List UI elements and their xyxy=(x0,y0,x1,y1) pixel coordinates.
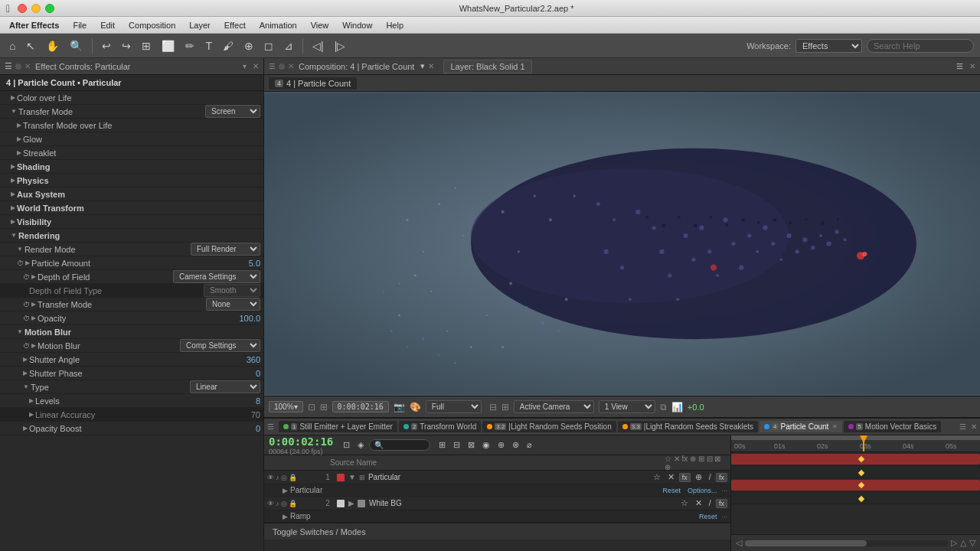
view-count-select[interactable]: 1 View2 Views4 Views xyxy=(599,400,655,413)
prop-triangle[interactable]: ▶ xyxy=(23,425,28,432)
audio-icon[interactable]: ♪ xyxy=(276,500,279,507)
scroll-left[interactable]: ◁ xyxy=(736,538,742,548)
next-keyframe-icon[interactable]: |▷ xyxy=(332,38,349,54)
solo-icon[interactable]: ◎ xyxy=(281,500,287,507)
new-comp-icon[interactable]: ⊞ xyxy=(139,38,154,54)
solo-icon[interactable]: ◎ xyxy=(281,474,287,481)
prop-value[interactable]: 8 xyxy=(237,396,260,406)
prop-value[interactable]: 360 xyxy=(237,355,260,364)
prop-color-over-life[interactable]: ▶ Color over Life xyxy=(0,91,263,105)
prop-value[interactable]: 70 xyxy=(237,410,260,419)
stopwatch-icon[interactable]: ⏱ xyxy=(17,259,24,267)
sub-keyframe2[interactable] xyxy=(858,496,864,502)
scroll-right[interactable]: ▷ xyxy=(951,538,957,548)
layer-fx-btn[interactable]: fx xyxy=(679,473,691,482)
layer-swap2[interactable]: ✕ xyxy=(693,497,704,508)
sub-expand[interactable]: ▶ xyxy=(283,513,288,520)
prop-depth-of-field[interactable]: ⏱ ▶ Depth of Field Camera SettingsOnOff xyxy=(0,270,263,284)
timecode-display[interactable]: 0:00:02:16 xyxy=(269,435,333,448)
prop-value[interactable]: 100.0 xyxy=(237,314,260,323)
prop-triangle[interactable]: ▶ xyxy=(31,342,36,349)
sub-layer-ramp[interactable]: ▶ Ramp Reset ··· xyxy=(264,510,730,523)
prop-transfer-mode-life[interactable]: ▶ Transfer Mode over Life xyxy=(0,119,263,132)
reset-btn[interactable]: Reset xyxy=(660,487,683,494)
prop-triangle[interactable]: ▶ xyxy=(17,135,21,142)
visibility-icon[interactable]: 👁 xyxy=(267,500,274,507)
layer-star2[interactable]: ☆ xyxy=(678,497,691,508)
dof-type-select[interactable]: SmoothFast xyxy=(204,284,260,297)
prop-visibility[interactable]: ▶ Visibility xyxy=(0,215,263,229)
render-mode-select[interactable]: Full RenderDraft xyxy=(191,243,260,256)
3d-icon[interactable]: ⧉ xyxy=(660,402,667,412)
prop-streaklet[interactable]: ▶ Streaklet xyxy=(0,146,263,160)
layer-modes-btn[interactable]: ⊡ xyxy=(341,439,352,451)
draft-btn[interactable]: ◈ xyxy=(355,439,366,451)
layer-btn2[interactable]: / xyxy=(707,471,714,482)
text-icon[interactable]: T xyxy=(202,38,215,54)
prop-triangle[interactable]: ▼ xyxy=(23,383,29,390)
home-icon[interactable]: ⌂ xyxy=(6,38,18,54)
menu-layer[interactable]: Layer xyxy=(183,19,217,31)
close-button[interactable] xyxy=(18,4,27,13)
prop-dof-type[interactable]: Depth of Field Type SmoothFast xyxy=(0,284,263,298)
prop-rendering-section[interactable]: ▼ Rendering xyxy=(0,229,263,243)
prop-triangle[interactable]: ▶ xyxy=(31,315,36,321)
timeline-close[interactable]: ✕ xyxy=(971,422,977,431)
layer-search-input[interactable] xyxy=(369,439,430,451)
stopwatch-icon[interactable]: ⏱ xyxy=(23,315,30,322)
menu-composition[interactable]: Composition xyxy=(122,19,181,31)
layer-star[interactable]: ☆ xyxy=(651,471,663,482)
panel-close[interactable]: ✕ xyxy=(253,62,259,70)
prop-triangle[interactable]: ▶ xyxy=(11,218,15,225)
sub-keyframe[interactable] xyxy=(858,470,864,476)
prop-transfer-mode-rendering[interactable]: ⏱ ▶ Transfer Mode NoneScreen xyxy=(0,298,263,311)
prop-opacity-boost[interactable]: ▶ Opacity Boost 0 xyxy=(0,422,263,435)
prop-value[interactable]: 5.0 xyxy=(237,259,260,268)
menu-file[interactable]: File xyxy=(67,19,93,31)
zoom-tool[interactable]: 🔍 xyxy=(67,38,86,54)
timeline-tab-1[interactable]: 1 Still Emitter + Layer Emitter xyxy=(279,421,397,432)
graph-icon[interactable]: 📊 xyxy=(671,402,683,412)
layer-fx-btn3[interactable]: fx xyxy=(716,499,727,508)
menu-edit[interactable]: Edit xyxy=(94,19,121,31)
pen-icon[interactable]: ✏ xyxy=(182,38,198,54)
menu-animation[interactable]: Animation xyxy=(253,19,303,31)
prop-triangle[interactable]: ▼ xyxy=(17,328,23,335)
track-row-2[interactable] xyxy=(731,478,980,492)
prop-triangle[interactable]: ▼ xyxy=(11,232,17,239)
menu-window[interactable]: Window xyxy=(336,19,378,31)
view-icon2[interactable]: ⊞ xyxy=(501,402,509,412)
layer-btn3[interactable]: / xyxy=(707,497,714,508)
prop-transfer-mode-main[interactable]: ▼ Transfer Mode ScreenNormalAdd xyxy=(0,105,263,119)
prop-triangle[interactable]: ▶ xyxy=(23,356,28,363)
timeline-options[interactable]: ☰ xyxy=(959,422,966,431)
sub-expand[interactable]: ▶ xyxy=(283,487,288,494)
lock-icon[interactable]: 🔒 xyxy=(289,500,297,507)
prop-shutter-phase[interactable]: ▶ Shutter Phase 0 xyxy=(0,367,263,380)
prop-triangle[interactable]: ▶ xyxy=(31,301,36,308)
color-icon[interactable]: 🎨 xyxy=(410,402,421,412)
properties-scroll[interactable]: ▶ Color over Life ▼ Transfer Mode Screen… xyxy=(0,91,263,551)
maximize-button[interactable] xyxy=(45,4,54,13)
prop-motion-blur-setting[interactable]: ⏱ ▶ Motion Blur Comp SettingsOnOff xyxy=(0,339,263,353)
prop-world-transform[interactable]: ▶ World Transform xyxy=(0,201,263,215)
prop-triangle[interactable]: ▶ xyxy=(25,259,30,266)
prop-shutter-angle[interactable]: ▶ Shutter Angle 360 xyxy=(0,353,263,367)
prop-render-mode[interactable]: ▼ Render Mode Full RenderDraft xyxy=(0,243,263,256)
eraser-icon[interactable]: ◻ xyxy=(261,38,276,54)
prev-keyframe-icon[interactable]: ◁| xyxy=(309,38,327,54)
dof-select[interactable]: Camera SettingsOnOff xyxy=(173,270,260,283)
timeline-tab-5[interactable]: 5 Motion Vector Basics xyxy=(844,421,941,432)
visibility-icon[interactable]: 👁 xyxy=(267,474,274,481)
prop-linear-accuracy[interactable]: ▶ Linear Accuracy 70 xyxy=(0,408,263,422)
tl-btn2[interactable]: ⊟ xyxy=(451,439,462,451)
menu-help[interactable]: Help xyxy=(380,19,410,31)
prop-physics[interactable]: ▶ Physics xyxy=(0,174,263,187)
panel-menu-icon[interactable]: ☰ xyxy=(5,61,12,71)
minimize-button[interactable] xyxy=(31,4,41,13)
type-select[interactable]: LinearExponential xyxy=(190,380,260,393)
undo-icon[interactable]: ↩ xyxy=(99,38,114,54)
ramp-reset-btn[interactable]: Reset xyxy=(697,513,720,520)
quality-select[interactable]: FullHalfQuarter xyxy=(426,400,482,413)
prop-levels[interactable]: ▶ Levels 8 xyxy=(0,394,263,408)
